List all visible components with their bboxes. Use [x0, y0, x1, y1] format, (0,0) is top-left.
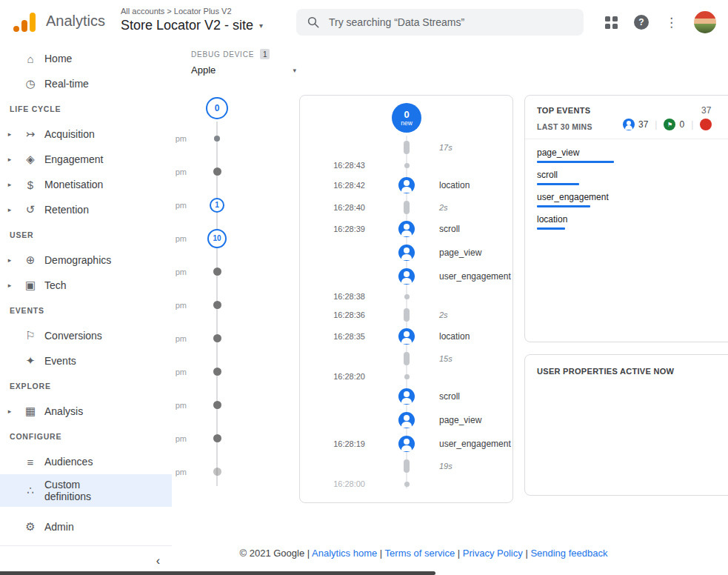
minute-dot[interactable] [213, 401, 221, 409]
apps-grid-icon[interactable] [605, 16, 618, 29]
footer-link-privacy-policy[interactable]: Privacy Policy [463, 548, 523, 559]
minute-row: pm [172, 355, 299, 388]
stream-segment [404, 352, 410, 365]
property-selector[interactable]: Store Locator V2 - site ▾ [121, 18, 263, 33]
minute-dot[interactable] [213, 468, 221, 476]
debug-event-row[interactable]: page_view [300, 241, 512, 265]
sidebar-section-events: EVENTS [0, 298, 172, 323]
top-event-row[interactable]: page_view [537, 147, 728, 163]
sidebar-item-acquisition[interactable]: ▸↣Acquisition [0, 122, 172, 147]
debug-device-count-badge: 1 [260, 49, 270, 59]
minutes-stream: 0 pmpmpm1pm10pmpmpmpmpmpmpm [172, 95, 299, 499]
sidebar-item-label: Events [44, 355, 76, 367]
top-event-row[interactable]: user_engagement [537, 192, 728, 207]
sidebar-item-retention[interactable]: ▸↺Retention [0, 197, 172, 222]
chevron-right-icon[interactable]: ▸ [0, 181, 19, 188]
sidebar-item-label: Analysis [44, 405, 83, 417]
top-events-card: TOP EVENTS 37 LAST 30 MINS 37|⚑0| page_v… [524, 95, 728, 342]
sidebar-item-tech[interactable]: ▸▣Tech [0, 273, 172, 298]
tech-icon: ▣ [19, 279, 41, 292]
counter-value: 37 [638, 119, 648, 130]
sidebar-section-life-cycle: LIFE CYCLE [0, 96, 172, 122]
sidebar-item-events[interactable]: ✦Events [0, 348, 172, 373]
sidebar-item-label: Conversions [44, 330, 102, 342]
top-event-row[interactable]: scroll [537, 170, 728, 185]
sidebar-item-demographics[interactable]: ▸⊕Demographics [0, 247, 172, 273]
analytics-logo-icon[interactable] [13, 13, 36, 32]
sidebar-item-audiences[interactable]: ≡Audiences [0, 449, 172, 474]
debug-device-panel: DEBUG DEVICE 1 Apple ▾ [191, 49, 296, 76]
minute-time-label: pm [172, 201, 187, 210]
monetisation-icon: $ [19, 179, 41, 191]
minute-dot[interactable] [213, 368, 221, 376]
sidebar-item-admin[interactable]: ⚙Admin [0, 514, 172, 539]
event-name: scroll [439, 224, 512, 234]
chevron-right-icon[interactable]: ▸ [0, 408, 19, 415]
stream-dot [404, 374, 410, 379]
footer-link-terms-of-service[interactable]: Terms of service [385, 548, 455, 559]
event-name: user_engagement [439, 271, 512, 282]
sidebar: ⌂Home◷Real-timeLIFE CYCLE▸↣Acquisition▸◈… [0, 44, 172, 575]
gap-duration: 19s [439, 462, 512, 471]
minute-time-label: pm [172, 167, 187, 176]
debug-event-row[interactable]: 16:28:39scroll [300, 217, 512, 241]
user-event-icon [398, 268, 415, 285]
search-bar[interactable]: Try searching “Data Streams” [296, 9, 584, 36]
minute-time-label: pm [172, 301, 187, 310]
breadcrumb[interactable]: All accounts > Locator Plus V2 [121, 7, 263, 16]
stream-time-row: 16:28:43 [300, 157, 512, 173]
event-name: user_engagement [439, 439, 512, 449]
minute-row: pm [172, 388, 299, 422]
minute-dot[interactable] [213, 434, 221, 442]
sidebar-item-analysis[interactable]: ▸▦Analysis [0, 399, 172, 424]
minute-count-circle[interactable]: 1 [210, 198, 224, 213]
kebab-menu-icon[interactable]: ⋮ [665, 15, 678, 30]
chevron-right-icon[interactable]: ▸ [0, 130, 19, 138]
minute-dot[interactable] [213, 301, 221, 309]
new-events-count: 0 [404, 110, 409, 119]
audiences-icon: ≡ [19, 456, 41, 468]
clock-icon: ◷ [19, 77, 41, 90]
sidebar-item-conversions[interactable]: ⚐Conversions [0, 323, 172, 348]
gap-duration: 15s [439, 354, 512, 363]
minute-dot[interactable] [213, 334, 221, 342]
debug-event-row[interactable]: page_view [300, 408, 512, 432]
sidebar-item-label: Monetisation [44, 179, 103, 190]
event-count-bar [537, 227, 565, 230]
sidebar-item-monetisation[interactable]: ▸$Monetisation [0, 172, 172, 197]
event-name: page_view [537, 147, 728, 158]
chevron-right-icon[interactable]: ▸ [0, 206, 19, 213]
horizontal-scrollbar-thumb[interactable] [0, 571, 435, 575]
debug-event-row[interactable]: 16:28:19user_engagement [300, 432, 512, 456]
event-counters: 37|⚑0| [623, 119, 712, 130]
chevron-right-icon[interactable]: ▸ [0, 282, 19, 289]
minute-dot[interactable] [213, 267, 221, 276]
sidebar-item-real-time[interactable]: ◷Real-time [0, 71, 172, 96]
minute-count-circle[interactable]: 10 [207, 229, 227, 248]
chevron-right-icon[interactable]: ▸ [0, 156, 19, 163]
sidebar-item-custom-definitions[interactable]: ∴Custom definitions [0, 474, 172, 507]
user-avatar[interactable] [694, 11, 716, 33]
minute-dot[interactable] [213, 167, 221, 176]
chevron-right-icon[interactable]: ▸ [0, 256, 19, 264]
minute-dot[interactable] [214, 136, 220, 142]
property-name: Store Locator V2 - site [121, 18, 253, 33]
minute-row: pm [172, 455, 299, 488]
minute-time-label: pm [172, 234, 187, 243]
footer-link-sending-feedback[interactable]: Sending feedback [530, 548, 607, 559]
sidebar-collapse-button[interactable]: ‹ [0, 545, 172, 575]
top-event-row[interactable]: location [537, 214, 728, 230]
current-minute-circle[interactable]: 0 [206, 97, 228, 119]
footer-link-analytics-home[interactable]: Analytics home [312, 548, 377, 559]
debug-device-select[interactable]: Apple ▾ [191, 64, 296, 76]
debug-event-row[interactable]: 16:28:42location [300, 173, 512, 197]
retention-icon: ↺ [19, 203, 41, 216]
minute-time-label: pm [172, 468, 187, 476]
help-icon[interactable]: ? [634, 15, 649, 30]
sidebar-item-home[interactable]: ⌂Home [0, 46, 172, 71]
debug-event-row[interactable]: scroll [300, 385, 512, 408]
debug-event-row[interactable]: user_engagement [300, 265, 512, 288]
sidebar-item-engagement[interactable]: ▸◈Engagement [0, 147, 172, 172]
current-second-circle[interactable]: 0 new [392, 103, 421, 133]
debug-event-row[interactable]: 16:28:35location [300, 325, 512, 348]
